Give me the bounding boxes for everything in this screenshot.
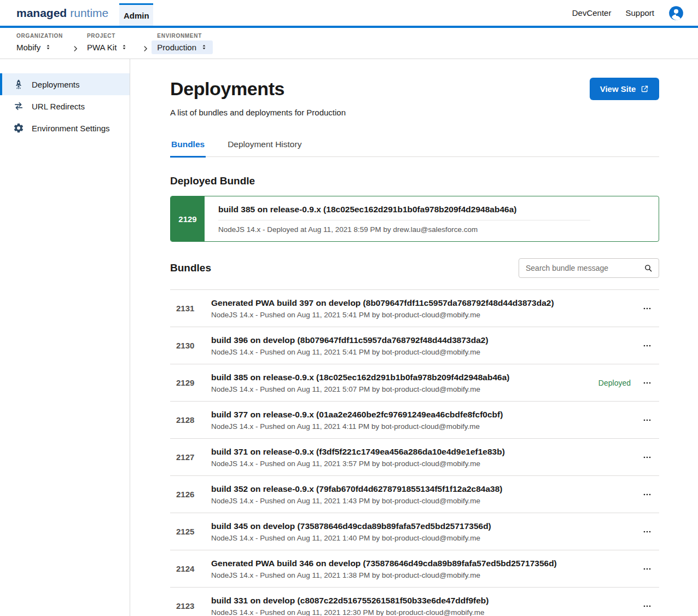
- sidebar-item-label: Deployments: [32, 80, 80, 89]
- bundle-id: 2128: [170, 415, 211, 425]
- sidebar-item-label: URL Redirects: [32, 102, 85, 111]
- bundle-id: 2123: [170, 601, 211, 611]
- bundle-row: 2129build 385 on release-0.9.x (18c025ec…: [170, 364, 659, 401]
- deployed-bundle-meta: NodeJS 14.x - Deployed at Aug 11, 2021 8…: [218, 225, 659, 234]
- more-options-button[interactable]: [639, 301, 655, 316]
- support-link[interactable]: Support: [625, 8, 654, 18]
- ellipsis-icon: [642, 452, 653, 463]
- bundle-id: 2127: [170, 452, 211, 462]
- bundle-meta: NodeJS 14.x - Pushed on Aug 11, 2021 12:…: [211, 608, 639, 616]
- bundle-row: 2124Generated PWA build 346 on develop (…: [170, 550, 659, 587]
- bundle-row: 2128build 377 on release-0.9.x (01aa2e24…: [170, 401, 659, 438]
- bundle-meta: NodeJS 14.x - Pushed on Aug 11, 2021 4:1…: [211, 422, 639, 431]
- bundle-meta: NodeJS 14.x - Pushed on Aug 11, 2021 5:4…: [211, 311, 639, 319]
- bundle-list: 2131Generated PWA build 397 on develop (…: [170, 289, 659, 616]
- sidebar-item-environment-settings[interactable]: Environment Settings: [0, 117, 130, 139]
- chevron-right-icon: [72, 45, 79, 53]
- bundle-meta: NodeJS 14.x - Pushed on Aug 11, 2021 5:0…: [211, 385, 598, 393]
- user-avatar[interactable]: [668, 5, 684, 21]
- managed-runtime-logo: managed runtime: [16, 0, 108, 26]
- header-right: DevCenter Support: [572, 0, 684, 26]
- admin-tab-label: Admin: [124, 11, 149, 20]
- page-subtitle: A list of bundles and deployments for Pr…: [170, 108, 659, 117]
- devcenter-link[interactable]: DevCenter: [572, 8, 612, 18]
- rocket-icon: [13, 79, 24, 90]
- deployed-bundle-id: 2129: [171, 196, 205, 241]
- project-select[interactable]: PWA Kit: [82, 40, 133, 54]
- sort-arrows-icon: [121, 43, 127, 51]
- bundle-title: Generated PWA build 346 on develop (7358…: [211, 559, 639, 568]
- app-header: managed runtime Admin DevCenter Support: [0, 0, 698, 28]
- tab-admin[interactable]: Admin: [119, 3, 153, 26]
- project-label: PROJECT: [87, 33, 133, 39]
- sidebar-item-url-redirects[interactable]: URL Redirects: [0, 95, 130, 117]
- more-options-button[interactable]: [639, 598, 655, 614]
- sidebar-item-label: Environment Settings: [32, 124, 110, 133]
- bundle-meta: NodeJS 14.x - Pushed on Aug 11, 2021 1:4…: [211, 534, 639, 542]
- external-link-icon: [641, 85, 649, 93]
- sidebar-item-deployments[interactable]: Deployments: [0, 73, 130, 95]
- more-options-button[interactable]: [639, 524, 655, 539]
- ellipsis-icon: [642, 601, 653, 612]
- bundle-id: 2124: [170, 564, 211, 573]
- logo-text-runtime: runtime: [70, 7, 108, 20]
- project-group: PROJECT PWA Kit: [87, 33, 133, 54]
- bundle-row: 2126build 352 on release-0.9.x (79fab670…: [170, 475, 659, 513]
- bundle-id: 2130: [170, 341, 211, 350]
- context-bar: ORGANIZATION Mobify PROJECT PWA Kit ENVI…: [0, 28, 698, 59]
- bundle-id: 2129: [170, 378, 211, 387]
- bundle-title: build 331 on develop (c8087c22d516755261…: [211, 596, 639, 606]
- logo-text-managed: managed: [16, 7, 67, 20]
- bundle-meta: NodeJS 14.x - Pushed on Aug 11, 2021 5:4…: [211, 348, 639, 356]
- tab-deployment-history[interactable]: Deployment History: [226, 135, 303, 158]
- deployed-bundle-card: 2129 build 385 on release-0.9.x (18c025e…: [170, 196, 659, 242]
- more-options-button[interactable]: [639, 375, 655, 391]
- bundle-title: build 345 on develop (735878646d49cda89b…: [211, 521, 639, 531]
- environment-group: ENVIRONMENT Production: [157, 33, 213, 54]
- bundle-row: 2127build 371 on release-0.9.x (f3df5f22…: [170, 438, 659, 475]
- bundle-id: 2126: [170, 490, 211, 499]
- main-content: Deployments View Site A list of bundles …: [130, 59, 698, 616]
- deployed-bundle-title: build 385 on release-0.9.x (18c025ec162d…: [218, 205, 659, 214]
- bundle-id: 2131: [170, 304, 211, 313]
- sort-arrows-icon: [201, 43, 207, 51]
- ellipsis-icon: [642, 303, 653, 314]
- organization-group: ORGANIZATION Mobify: [16, 33, 63, 54]
- search-icon[interactable]: [644, 264, 653, 272]
- bundle-meta: NodeJS 14.x - Pushed on Aug 11, 2021 1:4…: [211, 497, 639, 505]
- bundle-id: 2125: [170, 527, 211, 536]
- ellipsis-icon: [642, 563, 653, 574]
- bundle-title: build 377 on release-0.9.x (01aa2e2460be…: [211, 410, 639, 420]
- tab-bar: Bundles Deployment History: [170, 135, 659, 157]
- gear-icon: [13, 123, 24, 133]
- more-options-button[interactable]: [639, 412, 655, 428]
- bundle-title: build 371 on release-0.9.x (f3df5f221c17…: [211, 447, 639, 457]
- page-title: Deployments: [170, 78, 284, 100]
- view-site-button[interactable]: View Site: [590, 78, 659, 100]
- bundle-meta: NodeJS 14.x - Pushed on Aug 11, 2021 1:3…: [211, 571, 639, 579]
- bundles-heading: Bundles: [170, 262, 211, 274]
- organization-label: ORGANIZATION: [16, 33, 63, 39]
- organization-select[interactable]: Mobify: [11, 40, 63, 54]
- more-options-button[interactable]: [639, 338, 655, 353]
- ellipsis-icon: [642, 340, 653, 351]
- card-divider: [218, 220, 590, 220]
- more-options-button[interactable]: [639, 450, 655, 465]
- bundle-row: 2125build 345 on develop (735878646d49cd…: [170, 513, 659, 550]
- bundle-title: build 396 on develop (8b079647fdf11c5957…: [211, 335, 639, 345]
- environment-label: ENVIRONMENT: [157, 33, 213, 39]
- sidebar: Deployments URL Redirects Environment Se…: [0, 59, 130, 616]
- ellipsis-icon: [642, 526, 653, 537]
- chevron-right-icon: [142, 45, 149, 53]
- environment-select[interactable]: Production: [152, 40, 213, 54]
- more-options-button[interactable]: [639, 487, 655, 502]
- search-input[interactable]: [519, 258, 659, 278]
- bundle-title: build 352 on release-0.9.x (79fab670fd4d…: [211, 484, 639, 494]
- sort-arrows-icon: [45, 43, 51, 51]
- user-avatar-icon: [668, 5, 684, 21]
- ellipsis-icon: [642, 377, 653, 388]
- tab-bundles[interactable]: Bundles: [170, 135, 206, 158]
- more-options-button[interactable]: [639, 561, 655, 577]
- ellipsis-icon: [642, 489, 653, 500]
- deployed-bundle-heading: Deployed Bundle: [170, 175, 659, 187]
